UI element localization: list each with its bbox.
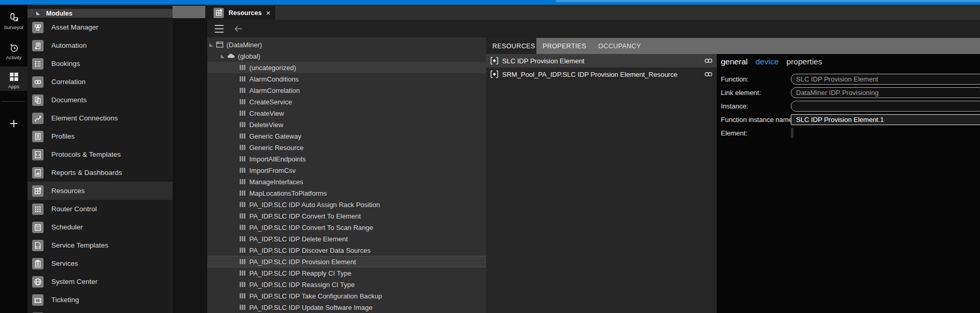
field-input[interactable]: SLC IDP Provision Element (791, 74, 980, 85)
field-input[interactable] (791, 101, 980, 112)
module-item-label: Bookings (51, 60, 80, 67)
module-item[interactable]: Resources (27, 182, 173, 200)
module-item-label: Automation (51, 42, 87, 49)
resource-row-label: SRM_Pool_PA_IDP.SLC IDP Provision Elemen… (502, 71, 677, 78)
tree-node[interactable]: (uncategorized) (207, 62, 486, 73)
resource-row[interactable]: SRM_Pool_PA_IDP.SLC IDP Provision Elemen… (486, 67, 717, 81)
tree-node-label: AlarmConditions (249, 75, 299, 83)
tree-node[interactable]: PA_IDP.SLC IDP Provision Element (207, 256, 486, 267)
tree-node[interactable]: ManageInterfaces (207, 176, 486, 187)
protocols-icon (32, 149, 44, 160)
resource-row[interactable]: SLC IDP Provision Element (486, 54, 717, 67)
tab-resources-list[interactable]: RESOURCES (486, 38, 536, 54)
tree-node[interactable]: (DataMiner) (207, 39, 486, 50)
tree-node[interactable]: MapLocationsToPlatforms (207, 187, 486, 199)
tree-node[interactable]: ImportFromCsv (207, 165, 486, 176)
tree-node[interactable]: CreateView (207, 107, 486, 119)
tab-device[interactable]: device (756, 57, 779, 66)
resource-row-label: SLC IDP Provision Element (502, 57, 585, 65)
module-item[interactable]: Bookings (27, 55, 173, 73)
hamburger-menu-icon[interactable] (214, 24, 224, 33)
module-item[interactable]: Router Control (27, 200, 173, 218)
module-item[interactable]: Reports & Dashboards (27, 164, 173, 182)
tree-node-label: CreateView (249, 110, 284, 117)
link-icon[interactable] (703, 56, 714, 66)
tree-node[interactable]: PA_IDP.SLC IDP Auto Assign Rack Position (207, 199, 486, 210)
ticket-icon (32, 294, 44, 306)
tab-occupancy[interactable]: OCCUPANCY (598, 43, 641, 50)
app-rail: Surveyor Activity Apps + (0, 5, 27, 313)
field-label: Instance: (721, 100, 748, 113)
tree-node-label: (uncategorized) (249, 64, 296, 72)
module-item[interactable]: Asset Manager (27, 18, 173, 36)
back-arrow-icon[interactable] (234, 24, 244, 34)
tree-node[interactable]: Generic Gateway (207, 130, 486, 142)
rail-item-label: Surveyor (0, 24, 27, 30)
tree-node[interactable]: PA_IDP.SLC IDP Update Software Image (207, 302, 486, 313)
tree-node[interactable]: PA_IDP.SLC IDP Convert To Element (207, 210, 486, 222)
tree-node[interactable]: PA_IDP.SLC IDP Convert To Scan Range (207, 222, 486, 233)
tab-properties-detail[interactable]: properties (787, 57, 822, 66)
pool-icon (238, 63, 247, 72)
modules-panel-header[interactable]: Modules (27, 9, 173, 18)
surveyor-icon (9, 12, 19, 23)
pool-icon (238, 75, 247, 83)
rail-item-activity[interactable]: Activity (0, 43, 27, 60)
panel-gap (173, 5, 207, 313)
tree-node[interactable]: AlarmCorrelation (207, 85, 486, 96)
pool-icon (238, 257, 247, 266)
field-label: Link element: (721, 86, 761, 99)
pool-icon (238, 178, 247, 186)
tree-node[interactable]: CreateService (207, 96, 486, 107)
pool-icon (238, 303, 247, 311)
add-button[interactable]: + (0, 116, 27, 131)
field-input[interactable] (791, 128, 793, 138)
link-icon[interactable] (703, 69, 714, 79)
tree-node[interactable]: AlarmConditions (207, 73, 486, 85)
apps-grid-icon (9, 72, 19, 82)
details-tab-bar: general device properties (721, 57, 822, 66)
tree-node[interactable]: PA_IDP.SLC IDP Reassign CI Type (207, 279, 486, 290)
expander-icon[interactable] (221, 55, 224, 58)
tab-general[interactable]: general (721, 57, 748, 66)
tree-node[interactable]: PA_IDP.SLC IDP Take Configuration Backup (207, 290, 486, 302)
tab-resources[interactable]: Resources × (205, 6, 275, 20)
tree-node[interactable]: DeleteView (207, 119, 486, 130)
close-tab-icon[interactable]: × (266, 9, 271, 17)
tree-node[interactable]: ImportAllEndpoints (207, 153, 486, 165)
tree-node[interactable]: PA_IDP.SLC IDP Discover Data Sources (207, 244, 486, 256)
module-item[interactable]: Services (27, 254, 173, 273)
pool-icon (238, 200, 247, 209)
module-item[interactable]: Profiles (27, 127, 173, 145)
tree-node[interactable]: Generic Resource (207, 142, 486, 153)
module-item[interactable]: Service Templates (27, 236, 173, 254)
connections-icon (32, 113, 44, 124)
module-item[interactable]: Automation (27, 36, 173, 55)
field-input[interactable]: DataMiner IDP Provisioning (791, 87, 980, 98)
module-item[interactable]: Documents (27, 91, 173, 109)
module-item[interactable]: Element Connections (27, 109, 173, 127)
tree-node-label: ImportFromCsv (249, 167, 296, 174)
tree-node-label: PA_IDP.SLC IDP Update Software Image (249, 304, 373, 311)
modules-panel-title: Modules (46, 10, 73, 17)
module-item[interactable]: Ticketing (27, 291, 173, 309)
rail-item-apps[interactable]: Apps (0, 66, 27, 91)
tree-node[interactable]: PA_IDP.SLC IDP Reapply CI Type (207, 267, 486, 279)
module-item-label: Resources (51, 187, 85, 195)
module-item[interactable] (27, 309, 173, 313)
module-item[interactable]: System Center (27, 273, 173, 291)
tab-properties[interactable]: PROPERTIES (543, 43, 586, 50)
router-icon (32, 203, 44, 215)
rail-item-surveyor[interactable]: Surveyor (0, 12, 27, 30)
module-item[interactable]: Protocols & Templates (27, 145, 173, 164)
tree-node-label: DeleteView (249, 121, 283, 129)
tree-node[interactable]: (global) (207, 50, 486, 62)
module-item[interactable]: Scheduler (27, 218, 173, 236)
module-item[interactable]: Correlation (27, 73, 173, 91)
expander-icon[interactable] (209, 43, 213, 47)
field-input[interactable]: SLC IDP Provision Element.1 (791, 114, 980, 125)
tree-node[interactable]: PA_IDP.SLC IDP Delete Element (207, 233, 486, 244)
tree-node-label: CreateService (249, 98, 292, 106)
module-item-label: Documents (51, 96, 87, 104)
module-item-label: Scheduler (51, 223, 83, 231)
